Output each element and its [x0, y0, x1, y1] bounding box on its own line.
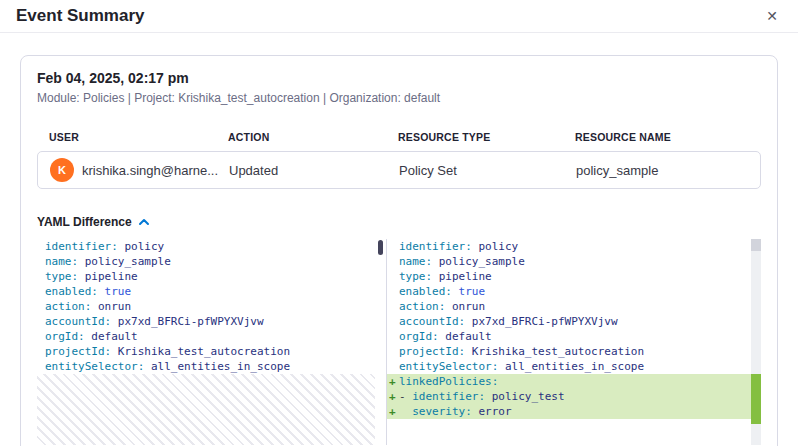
close-icon: ✕ — [766, 8, 778, 24]
diff-line: entitySelector: all_entities_in_scope — [387, 359, 751, 374]
diff-line: accountId: px7xd_BFRCi-pfWPYXVjvw — [37, 314, 375, 329]
diff-line: projectId: Krishika_test_autocreation — [387, 344, 751, 359]
minimap-thumb — [751, 239, 761, 251]
diff-pane-right: identifier: policyname: policy_sampletyp… — [387, 239, 751, 445]
event-summary-modal: Event Summary ✕ Feb 04, 2025, 02:17 pm M… — [0, 0, 798, 446]
diff-minimap[interactable] — [751, 239, 761, 445]
resource-type-cell: Policy Set — [399, 163, 576, 178]
table-header-cell: RESOURCE NAME — [575, 131, 749, 143]
yaml-difference-label: YAML Difference — [37, 215, 132, 229]
diff-line: enabled: true — [37, 284, 375, 299]
avatar: K — [50, 158, 74, 182]
diff-line: projectId: Krishika_test_autocreation — [37, 344, 375, 359]
diff-line: action: onrun — [37, 299, 375, 314]
close-button[interactable]: ✕ — [762, 5, 782, 27]
chevron-up-icon — [138, 217, 150, 227]
table-row: K krishika.singh@harne... Updated Policy… — [37, 151, 761, 189]
diff-line: enabled: true — [387, 284, 751, 299]
yaml-diff-viewer: identifier: policyname: policy_sampletyp… — [37, 239, 761, 445]
diff-line: + severity: error — [387, 404, 751, 419]
diff-right-lines: identifier: policyname: policy_sampletyp… — [387, 239, 751, 419]
modal-title: Event Summary — [16, 6, 145, 26]
diff-line: identifier: policy — [37, 239, 375, 254]
resource-name-cell: policy_sample — [576, 163, 748, 178]
table-header: USERACTIONRESOURCE TYPERESOURCE NAME — [37, 131, 761, 143]
diff-line: +- identifier: policy_test — [387, 389, 751, 404]
diff-line: type: pipeline — [37, 269, 375, 284]
event-meta: Module: Policies | Project: Krishika_tes… — [37, 91, 761, 105]
user-name: krishika.singh@harne... — [82, 163, 218, 178]
diff-scrollbar-thumb[interactable] — [378, 240, 383, 255]
diff-pane-left: identifier: policyname: policy_sampletyp… — [37, 239, 375, 445]
table-header-cell: USER — [49, 131, 228, 143]
table-header-cell: RESOURCE TYPE — [398, 131, 575, 143]
modal-header: Event Summary ✕ — [0, 0, 798, 33]
event-card: Feb 04, 2025, 02:17 pm Module: Policies … — [20, 55, 778, 446]
diff-line: orgId: default — [387, 329, 751, 344]
diff-empty-placeholder — [37, 374, 375, 445]
diff-line: action: onrun — [387, 299, 751, 314]
diff-scrollbar-track — [375, 239, 387, 445]
table-header-cell: ACTION — [228, 131, 398, 143]
diff-line: orgId: default — [37, 329, 375, 344]
diff-line: accountId: px7xd_BFRCi-pfWPYXVjvw — [387, 314, 751, 329]
diff-line: name: policy_sample — [387, 254, 751, 269]
user-cell: K krishika.singh@harne... — [50, 158, 229, 182]
diff-line: +linkedPolicies: — [387, 374, 751, 389]
diff-line: name: policy_sample — [37, 254, 375, 269]
event-timestamp: Feb 04, 2025, 02:17 pm — [37, 70, 761, 86]
diff-line: identifier: policy — [387, 239, 751, 254]
yaml-difference-toggle[interactable]: YAML Difference — [37, 215, 761, 229]
diff-line: type: pipeline — [387, 269, 751, 284]
diff-line: entitySelector: all_entities_in_scope — [37, 359, 375, 374]
minimap-added-marker — [751, 374, 761, 424]
diff-left-lines: identifier: policyname: policy_sampletyp… — [37, 239, 375, 374]
action-cell: Updated — [229, 163, 399, 178]
